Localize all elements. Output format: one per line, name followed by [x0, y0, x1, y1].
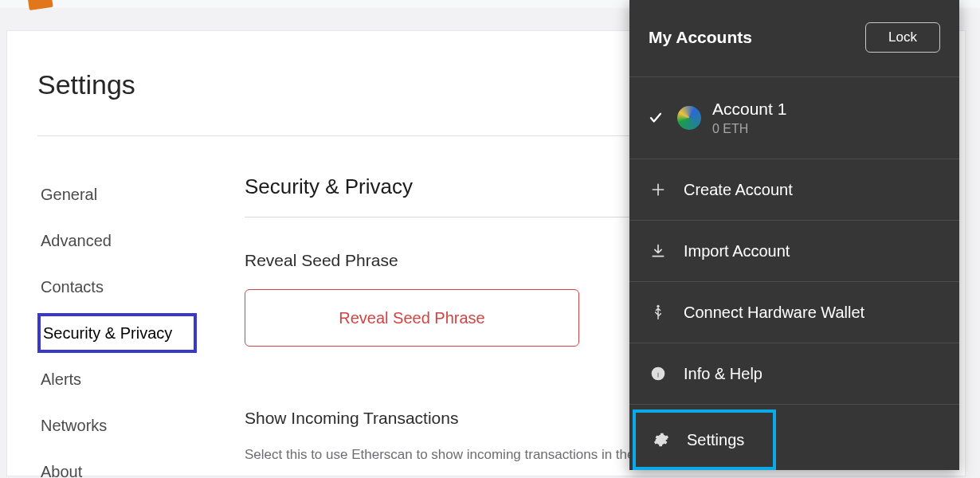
- account-balance: 0 ETH: [712, 122, 786, 136]
- sidebar-item-networks[interactable]: Networks: [37, 406, 197, 445]
- account-item[interactable]: Account 1 0 ETH: [629, 77, 959, 159]
- menu-create-account[interactable]: Create Account: [629, 159, 959, 221]
- menu-import-account[interactable]: Import Account: [629, 221, 959, 282]
- menu-settings[interactable]: Settings: [633, 409, 776, 470]
- reveal-seed-button[interactable]: Reveal Seed Phrase: [245, 289, 579, 347]
- lock-button[interactable]: Lock: [865, 22, 940, 53]
- sidebar-item-alerts[interactable]: Alerts: [37, 359, 197, 399]
- gear-icon: [652, 430, 671, 449]
- account-avatar-icon: [677, 106, 701, 130]
- sidebar-item-advanced[interactable]: Advanced: [37, 221, 197, 261]
- download-icon: [649, 241, 668, 261]
- svg-point-0: [657, 305, 660, 308]
- account-name: Account 1: [712, 100, 786, 119]
- menu-label: Import Account: [684, 242, 790, 261]
- menu-info-help[interactable]: Info & Help: [629, 343, 959, 405]
- menu-label: Connect Hardware Wallet: [684, 304, 864, 322]
- sidebar-item-about[interactable]: About: [37, 452, 197, 478]
- sidebar-item-security[interactable]: Security & Privacy: [37, 313, 197, 353]
- settings-sidebar: General Advanced Contacts Security & Pri…: [37, 174, 197, 478]
- dropdown-title: My Accounts: [649, 28, 752, 47]
- sidebar-item-general[interactable]: General: [37, 174, 197, 214]
- accounts-dropdown: My Accounts Lock Account 1 0 ETH Create …: [629, 0, 959, 470]
- metamask-logo: [26, 0, 53, 10]
- info-icon: [649, 364, 668, 383]
- menu-connect-hardware[interactable]: Connect Hardware Wallet: [629, 282, 959, 343]
- svg-point-3: [657, 370, 659, 371]
- svg-rect-2: [657, 372, 659, 378]
- menu-label: Create Account: [684, 181, 793, 199]
- menu-label: Info & Help: [684, 365, 762, 383]
- usb-icon: [649, 303, 668, 322]
- plus-icon: [649, 180, 668, 199]
- check-icon: [649, 111, 666, 125]
- menu-label: Settings: [687, 431, 744, 449]
- sidebar-item-contacts[interactable]: Contacts: [37, 267, 197, 307]
- dropdown-header: My Accounts Lock: [629, 0, 959, 77]
